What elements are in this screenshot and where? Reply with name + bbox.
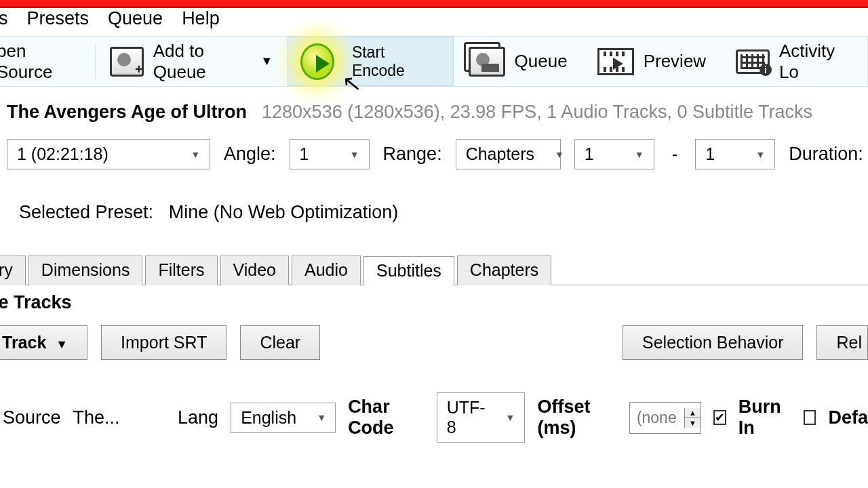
burn-in-label: Burn In [738,396,791,439]
reload-button[interactable]: Rel [816,325,868,360]
charcode-value: UTF-8 [447,398,486,437]
subtitle-track-row: Source The... Lang English ▼ Char Code U… [0,360,868,443]
tab-bar: ry Dimensions Filters Video Audio Subtit… [0,256,868,285]
tab-filters[interactable]: Filters [145,256,217,285]
default-checkbox[interactable] [804,410,816,425]
queue-label: Queue [515,51,568,72]
menu-bar: ls Presets Queue Help [0,8,868,36]
range-to-value: 1 [705,144,715,164]
chevron-down-icon: ▼ [261,54,273,68]
add-track-button[interactable]: Track ▼ [0,325,87,360]
offset-input[interactable] [630,403,684,433]
toolbar: pen Source Add to Queue ▼ Start Encode ↖… [0,36,868,87]
add-to-queue-button[interactable]: Add to Queue ▼ [95,37,288,86]
import-srt-button[interactable]: Import SRT [101,325,226,360]
source-title: The Avengers Age of Ultron [7,102,247,123]
menu-item-presets[interactable]: Presets [27,8,90,29]
tab-summary[interactable]: ry [0,256,26,285]
range-from-value: 1 [585,144,594,164]
start-encode-button[interactable]: Start Encode ↖ [288,37,453,86]
clear-button[interactable]: Clear [240,325,320,360]
play-icon [300,43,334,80]
source-label: Source [3,407,61,428]
default-label: Defa [828,407,868,428]
add-to-queue-label: Add to Queue [153,41,252,83]
title-select-value: 1 (02:21:18) [17,144,108,164]
menu-item-queue[interactable]: Queue [108,8,163,29]
range-mode-select[interactable]: Chapters ▼ [456,139,561,169]
preset-label: Selected Preset: [19,202,153,222]
menu-item-help[interactable]: Help [182,8,220,29]
selection-behavior-button[interactable]: Selection Behavior [623,325,803,360]
range-label: Range: [383,144,442,165]
queue-icon [469,47,505,77]
angle-value: 1 [300,144,309,164]
tab-dimensions[interactable]: Dimensions [28,256,143,285]
queue-button[interactable]: Queue [454,37,583,86]
lang-label: Lang [178,407,218,428]
angle-select[interactable]: 1 ▼ [290,139,370,169]
lang-value: English [241,408,296,428]
subtitle-tracks-heading: le Tracks [0,285,868,313]
chevron-down-icon: ▼ [191,149,200,160]
chevron-down-icon: ▼ [555,149,564,160]
burn-in-checkbox[interactable] [713,410,726,425]
offset-label: Offset (ms) [537,396,616,439]
stepper-arrows[interactable]: ▲▼ [684,408,701,428]
open-source-button[interactable]: pen Source [0,37,95,86]
tab-audio[interactable]: Audio [292,256,361,285]
preset-line: Selected Preset: Mine (No Web Optimizati… [0,169,868,223]
start-encode-label: Start Encode [352,43,434,80]
track-label: Track [2,333,46,352]
range-from-select[interactable]: 1 ▼ [574,139,654,169]
charcode-label: Char Code [348,396,425,439]
preview-icon [597,48,634,75]
titlebar-stripe [0,0,868,8]
activity-log-icon: i [736,49,770,74]
chevron-down-icon: ▼ [317,412,326,423]
chevron-down-icon: ▼ [506,412,515,423]
source-details: 1280x536 (1280x536), 23.98 FPS, 1 Audio … [262,102,812,123]
duration-label: Duration: [789,144,863,165]
activity-log-button[interactable]: i Activity Lo [721,37,867,86]
title-controls-row: 1 (02:21:18) ▼ Angle: 1 ▼ Range: Chapter… [0,123,868,169]
offset-stepper[interactable]: ▲▼ [629,402,701,434]
chevron-down-icon: ▼ [755,149,765,160]
angle-label: Angle: [224,144,276,165]
charcode-select[interactable]: UTF-8 ▼ [437,392,526,443]
chevron-down-icon: ▼ [635,149,644,160]
chevron-down-icon: ▼ [350,149,359,160]
tab-video[interactable]: Video [220,256,290,285]
lang-select[interactable]: English ▼ [231,403,336,433]
chevron-down-icon: ▼ [56,338,68,351]
preview-button[interactable]: Preview [583,37,721,86]
subtitle-buttons-row: Track ▼ Import SRT Clear Selection Behav… [0,313,868,360]
add-to-queue-icon [110,47,143,77]
menu-item-tools[interactable]: ls [0,8,8,29]
range-dash: - [668,144,682,165]
source-info-row: The Avengers Age of Ultron 1280x536 (128… [0,87,868,123]
range-mode-value: Chapters [466,144,534,164]
tab-subtitles[interactable]: Subtitles [363,256,454,286]
tab-chapters[interactable]: Chapters [457,256,551,285]
title-select[interactable]: 1 (02:21:18) ▼ [7,139,210,169]
range-to-select[interactable]: 1 ▼ [695,139,775,169]
activity-log-label: Activity Lo [779,41,852,83]
preset-value: Mine (No Web Optimization) [169,202,399,222]
open-source-label: pen Source [0,41,80,83]
source-value: The... [73,407,120,428]
preview-label: Preview [644,51,706,72]
